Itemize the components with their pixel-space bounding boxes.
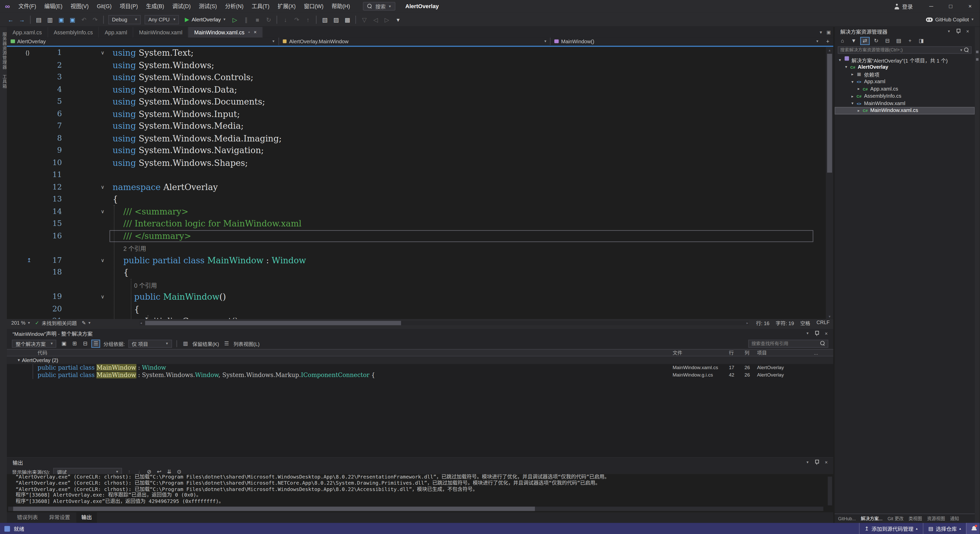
tree-item[interactable]: C#AssemblyInfo.cs	[835, 92, 975, 100]
fold-collapse-icon[interactable]	[98, 254, 107, 266]
filter-icon[interactable]: ▼	[849, 37, 858, 45]
code-line[interactable]: 2using System.Windows;	[7, 59, 826, 71]
inheritance-margin-icon[interactable]: ↥	[27, 257, 32, 263]
window-menu-icon[interactable]	[948, 29, 950, 33]
results-group-row[interactable]: AlertOverlay (2)	[7, 356, 834, 364]
expand-arrow-icon[interactable]	[856, 108, 861, 113]
menu-item[interactable]: 测试(S)	[195, 0, 221, 13]
vertical-scrollbar[interactable]	[826, 47, 834, 319]
copy-results-icon[interactable]: ▣	[60, 339, 68, 348]
menu-item[interactable]: 调试(D)	[168, 0, 195, 13]
expand-arrow-icon[interactable]	[850, 94, 855, 99]
group-results-icon[interactable]: ☰	[92, 339, 100, 348]
menu-item[interactable]: 项目(P)	[116, 0, 142, 13]
collapse-arrow-icon[interactable]	[850, 101, 855, 106]
results-column-header[interactable]: 行	[729, 350, 733, 356]
scroll-right-icon[interactable]: ▸	[747, 321, 748, 325]
code-line[interactable]: 8using System.Windows.Media.Imaging;	[7, 132, 826, 145]
tool-window-tab[interactable]: 通知	[948, 515, 961, 522]
code-editor[interactable]: 1using System.Text;2using System.Windows…	[7, 47, 834, 319]
find-in-files-icon[interactable]: ▧	[320, 16, 329, 23]
code-line[interactable]: 18 {	[7, 266, 826, 278]
start-without-debugging-icon[interactable]: ▷	[230, 16, 239, 23]
home-icon[interactable]: ⌂	[838, 37, 847, 45]
horizontal-scrollbar[interactable]: ◂ ▸	[140, 321, 749, 325]
tool-window-tab[interactable]: 类视图	[907, 515, 924, 522]
close-icon[interactable]: ×	[825, 459, 827, 465]
tree-item[interactable]: 解决方案“AlertOverlay”(1 个项目，共 1 个)	[835, 56, 975, 64]
background-tasks-icon[interactable]	[4, 526, 10, 531]
collapse-all-icon[interactable]: ⊟	[883, 37, 892, 45]
scrollbar-thumb[interactable]	[13, 507, 535, 511]
scrollbar-thumb[interactable]	[145, 321, 401, 325]
minimize-button[interactable]: ─	[921, 0, 941, 13]
column-indicator[interactable]: 字符: 19	[776, 319, 794, 326]
new-file-icon[interactable]: ▤	[34, 16, 43, 23]
codelens-row[interactable]: 0 个引用	[7, 278, 826, 291]
right-scroll-strip[interactable]	[975, 27, 980, 523]
panel-tab[interactable]: 错误列表	[12, 512, 43, 523]
menu-item[interactable]: 窗口(W)	[300, 0, 328, 13]
sync-with-active-document-icon[interactable]: ⇄	[860, 37, 870, 45]
pin-icon[interactable]	[814, 459, 819, 465]
float-window-icon[interactable]: ▣	[826, 30, 830, 35]
vertical-scrollbar[interactable]	[828, 477, 832, 505]
line-indicator[interactable]: 行: 16	[756, 319, 769, 326]
results-column-header[interactable]: 文件	[673, 350, 682, 356]
find-result-row[interactable]: public partial class MainWindow : Window…	[7, 364, 834, 372]
close-button[interactable]: ×	[960, 0, 980, 13]
menu-item[interactable]: 编辑(E)	[40, 0, 67, 13]
menu-item[interactable]: 帮助(H)	[328, 0, 354, 13]
collapse-arrow-icon[interactable]	[850, 79, 855, 84]
refresh-icon[interactable]: ↻	[872, 37, 881, 45]
code-line[interactable]: 21 InitializeComponent();	[7, 315, 826, 319]
menu-item[interactable]: 生成(B)	[142, 0, 168, 13]
list-view-button[interactable]: ☰ 列表视图(L)	[222, 339, 259, 348]
fold-collapse-icon[interactable]	[98, 291, 107, 303]
code-line[interactable]: 5using System.Windows.Documents;	[7, 96, 826, 108]
solution-search-input[interactable]	[840, 48, 958, 52]
tool-window-tab[interactable]: 解决方案...	[859, 515, 885, 522]
document-tab[interactable]: MainWindow.xaml	[134, 27, 189, 38]
tree-item[interactable]: <>MainWindow.xaml	[835, 100, 975, 107]
menu-item[interactable]: 视图(V)	[67, 0, 92, 13]
code-line[interactable]: 1using System.Text;	[7, 47, 826, 59]
document-tab[interactable]: App.xaml	[99, 27, 134, 38]
code-line[interactable]: 16 /// </summary>	[7, 230, 826, 242]
tab-close-icon[interactable]: ×	[254, 30, 256, 35]
tree-item[interactable]: C#App.xaml.cs	[835, 85, 975, 92]
tree-item[interactable]: C#AlertOverlay	[835, 64, 975, 71]
code-line[interactable]: 13{	[7, 193, 826, 205]
menu-item[interactable]: 工具(T)	[248, 0, 274, 13]
keep-results-button[interactable]: ▥ 保留结果(K)	[181, 339, 219, 348]
side-tab[interactable]: 服务器资源管理器	[1, 32, 7, 70]
editor-suggestions-icon[interactable]: ✎	[82, 320, 90, 326]
code-line[interactable]: 10using System.Windows.Shapes;	[7, 157, 826, 169]
menu-item[interactable]: 扩展(X)	[274, 0, 300, 13]
maximize-button[interactable]: □	[941, 0, 960, 13]
group-by-dropdown[interactable]: 仅 项目	[128, 339, 172, 348]
codelens-references[interactable]: 2 个引用	[113, 242, 146, 255]
code-line[interactable]: 19 public MainWindow()	[7, 291, 826, 303]
side-tab[interactable]: 工具箱	[1, 75, 7, 89]
project-dropdown[interactable]: AlertOverlay	[7, 38, 279, 45]
code-line[interactable]: 14 /// <summary>	[7, 205, 826, 218]
start-debugging-button[interactable]: ▶AlertOverlay	[185, 16, 226, 23]
active-files-icon[interactable]: ▾	[820, 30, 822, 35]
notifications-button[interactable]	[966, 523, 980, 534]
show-all-files-icon[interactable]: ▤	[894, 37, 904, 45]
tree-item[interactable]: <>App.xaml	[835, 78, 975, 86]
document-tab[interactable]: AssemblyInfo.cs	[48, 27, 99, 38]
toolbar-options-icon[interactable]: ▾	[393, 16, 403, 23]
tool-window-tab[interactable]: GitHub...	[836, 516, 858, 521]
solution-search-box[interactable]	[838, 46, 972, 54]
configuration-dropdown[interactable]: Debug	[108, 15, 141, 24]
code-line[interactable]: 9using System.Windows.Navigation;	[7, 145, 826, 157]
menu-item[interactable]: 文件(F)	[14, 0, 40, 13]
document-health-indicator[interactable]: ✓ 未找到相关问题	[35, 319, 77, 326]
add-view-icon[interactable]: +	[822, 38, 834, 45]
line-ending-indicator[interactable]: CRLF	[817, 319, 830, 326]
code-line[interactable]: 7using System.Windows.Media;	[7, 120, 826, 132]
indentation-indicator[interactable]: 空格	[800, 319, 810, 326]
code-line[interactable]: 4using System.Windows.Data;	[7, 83, 826, 96]
